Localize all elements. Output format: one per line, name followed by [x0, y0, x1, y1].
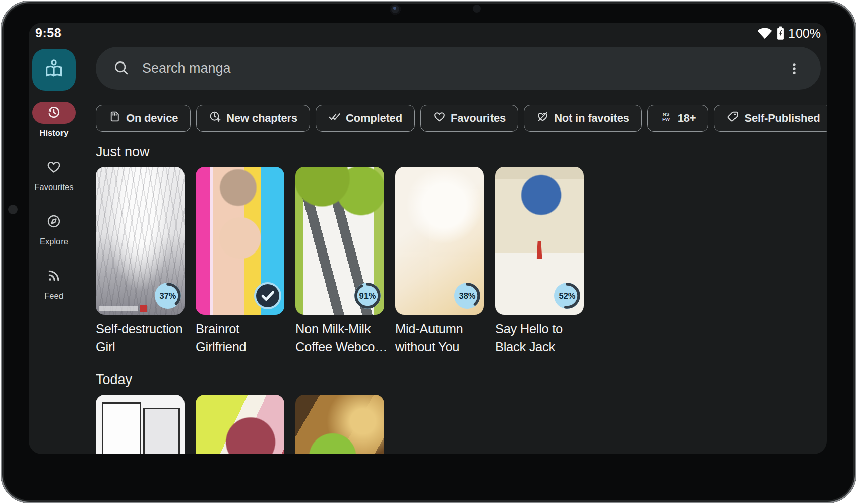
chip-label: Not in favoites — [554, 112, 629, 125]
nav-rail: HistoryFavouritesExploreFeed — [32, 49, 76, 320]
filter-chip-on-device[interactable]: On device — [96, 105, 191, 132]
heart-icon — [433, 110, 446, 126]
nav-icon-zone — [32, 156, 76, 178]
status-icons: 100% — [757, 26, 821, 41]
filter-chip-completed[interactable]: Completed — [316, 105, 415, 132]
clock-text: 9:58 — [35, 26, 62, 40]
manga-title-line: without You — [395, 338, 484, 356]
app-logo-button[interactable] — [32, 49, 76, 91]
svg-text:FW: FW — [662, 116, 670, 122]
svg-text:38%: 38% — [459, 291, 475, 300]
read-progress-badge: 91% — [354, 282, 381, 309]
manga-card[interactable]: 91%Non Milk-MilkCoffee Webco… — [295, 167, 384, 356]
nav-item-favourites[interactable]: Favourites — [32, 156, 76, 192]
card-row: 37%Self-destructionGirlBrainrotGirlfrien… — [96, 167, 827, 356]
nav-item-label: Feed — [32, 291, 76, 301]
manga-title-line: Girlfriend — [196, 338, 284, 356]
search-input[interactable] — [142, 60, 772, 76]
compass-icon — [46, 214, 62, 230]
manga-card[interactable]: 52%Say Hello toBlack Jack — [495, 167, 584, 356]
nav-item-label: Favourites — [32, 182, 76, 192]
manga-cover: 52% — [495, 167, 584, 315]
chip-label: Self-Published — [744, 112, 820, 125]
manga-cover — [295, 395, 384, 454]
manga-title-line: Mid-Autumn — [395, 320, 484, 338]
wifi-icon — [757, 27, 773, 40]
tag-icon — [726, 110, 739, 126]
manga-cover — [96, 395, 185, 454]
manga-title: BrainrotGirlfriend — [196, 320, 284, 356]
manga-title-line: Coffee Webco… — [295, 338, 384, 356]
kebab-menu-icon[interactable] — [785, 59, 804, 78]
card-row — [96, 395, 827, 454]
nav-item-label: Explore — [32, 237, 76, 246]
sd-card-icon — [108, 110, 121, 126]
history-list: Just now37%Self-destructionGirlBrainrotG… — [96, 144, 827, 454]
manga-title-line: Self-destruction — [96, 320, 185, 338]
rss-icon — [46, 268, 62, 285]
nsfw-icon: NSFW — [660, 110, 672, 126]
manga-title-line: Brainrot — [196, 320, 284, 338]
chip-label: Completed — [346, 112, 402, 125]
search-icon — [113, 59, 129, 78]
manga-cover: 37% — [96, 167, 185, 315]
manga-title-line: Say Hello to — [495, 320, 584, 338]
filter-chip-favourites[interactable]: Favourites — [420, 105, 518, 132]
read-progress-badge: 52% — [554, 282, 581, 309]
filter-chip-row: On deviceNew chaptersCompletedFavourites… — [96, 105, 827, 132]
mihon-logo-icon — [42, 75, 66, 82]
history-icon — [46, 105, 62, 121]
side-camera-icon — [8, 205, 18, 214]
svg-text:NS: NS — [663, 111, 670, 117]
chip-label: 18+ — [678, 112, 696, 125]
svg-text:52%: 52% — [559, 291, 575, 300]
nav-icon-zone — [32, 265, 76, 287]
manga-card[interactable] — [196, 395, 284, 454]
manga-title-line: Black Jack — [495, 338, 584, 356]
manga-card[interactable] — [96, 395, 185, 454]
clock-plus-icon — [209, 110, 221, 126]
tablet-device: 9:58 100% HistoryFavouritesExploreFeed O… — [0, 0, 857, 504]
chip-label: New chapters — [226, 112, 297, 125]
manga-card[interactable]: 38%Mid-Autumnwithout You — [395, 167, 484, 356]
chip-label: Favourites — [451, 112, 506, 125]
manga-card[interactable]: BrainrotGirlfriend — [196, 167, 284, 356]
manga-cover: 91% — [295, 167, 384, 315]
read-progress-badge: 38% — [454, 282, 481, 309]
manga-cover — [196, 167, 284, 315]
nav-item-feed[interactable]: Feed — [32, 265, 76, 301]
completed-badge — [254, 282, 281, 309]
heart-off-icon — [536, 110, 549, 126]
manga-card[interactable]: 37%Self-destructionGirl — [96, 167, 185, 356]
camera-sensor-dot-icon — [473, 5, 481, 13]
chip-label: On device — [126, 112, 178, 125]
manga-card[interactable] — [295, 395, 384, 454]
manga-cover — [196, 395, 284, 454]
battery-percent: 100% — [788, 26, 821, 41]
filter-chip-18+[interactable]: NSFW18+ — [647, 105, 709, 132]
filter-chip-self-published[interactable]: Self-Published — [714, 105, 827, 132]
selected-pill — [32, 102, 76, 124]
read-progress-badge: 37% — [154, 282, 181, 309]
manga-title-line: Girl — [96, 338, 185, 356]
section-header: Just now — [96, 144, 827, 160]
manga-title: Non Milk-MilkCoffee Webco… — [295, 320, 384, 356]
manga-title-line: Non Milk-Milk — [295, 320, 384, 338]
nav-icon-zone — [32, 211, 76, 233]
app-screen: 9:58 100% HistoryFavouritesExploreFeed O… — [29, 23, 827, 454]
manga-title: Mid-Autumnwithout You — [395, 320, 484, 356]
double-check-icon — [328, 110, 341, 126]
nav-item-history[interactable]: History — [32, 102, 76, 138]
svg-text:91%: 91% — [359, 291, 376, 300]
manga-title: Self-destructionGirl — [96, 320, 185, 356]
nav-item-explore[interactable]: Explore — [32, 211, 76, 246]
manga-cover: 38% — [395, 167, 484, 315]
battery-charging-icon — [777, 26, 784, 40]
search-bar[interactable] — [96, 47, 821, 90]
section-header: Today — [96, 371, 827, 388]
front-camera-icon — [390, 4, 401, 15]
filter-chip-new-chapters[interactable]: New chapters — [196, 105, 310, 132]
filter-chip-not-in-favoites[interactable]: Not in favoites — [524, 105, 642, 132]
heart-icon — [46, 159, 62, 176]
svg-text:37%: 37% — [159, 291, 176, 300]
